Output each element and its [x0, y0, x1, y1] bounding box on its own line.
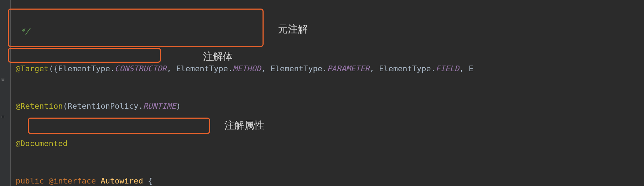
code-editor[interactable]: */ @Target({ElementType.CONSTRUCTOR, Ele… — [11, 0, 644, 186]
interface-name: Autowired — [100, 176, 143, 185]
label-meta-annotation: 元注解 — [278, 22, 308, 36]
fold-icon[interactable]: ⊟ — [1, 76, 7, 82]
code-line: @Documented — [11, 137, 644, 150]
label-annotation-attribute: 注解属性 — [224, 119, 264, 132]
code-line: public @interface Autowired { — [11, 175, 644, 186]
annotation-target: @Target — [16, 64, 49, 73]
label-annotation-body: 注解体 — [203, 50, 233, 63]
fold-icon[interactable]: ⊟ — [1, 114, 7, 120]
code-line: @Target({ElementType.CONSTRUCTOR, Elemen… — [11, 62, 644, 75]
annotation-documented: @Documented — [16, 139, 68, 148]
code-line: @Retention(RetentionPolicy.RUNTIME) — [11, 100, 644, 112]
comment-text: */ — [16, 27, 30, 36]
editor-gutter: ⊟ ⊟ — [0, 0, 11, 186]
annotation-retention: @Retention — [16, 102, 63, 110]
code-line: */ — [11, 25, 644, 37]
